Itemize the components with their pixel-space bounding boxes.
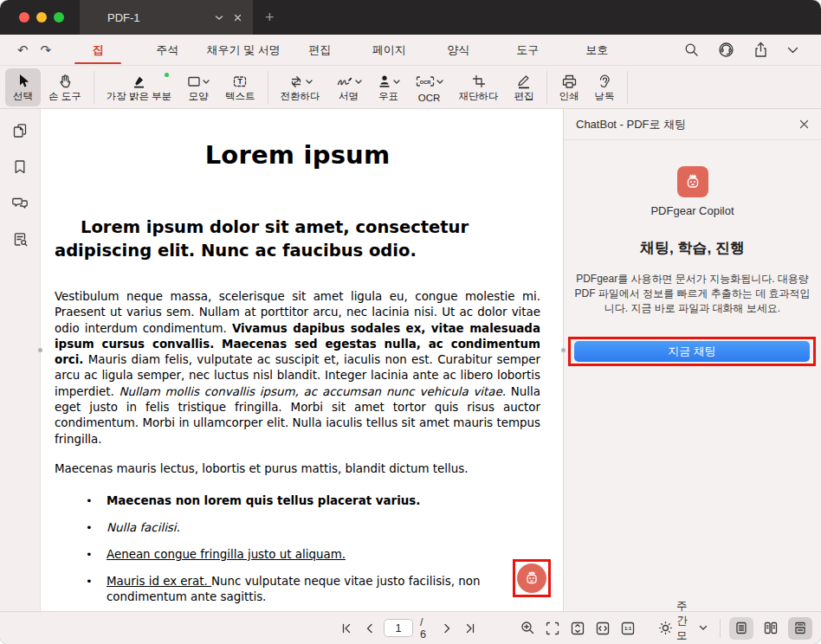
hand-icon bbox=[57, 72, 73, 89]
zoom-in-icon[interactable] bbox=[520, 621, 535, 635]
read-aloud-button[interactable]: 낭독 bbox=[587, 68, 623, 106]
undo-button[interactable]: ↶ bbox=[17, 42, 29, 58]
list-item: Mauris id ex erat. Nunc vulputate neque … bbox=[100, 574, 540, 606]
tab-close-icon[interactable] bbox=[231, 14, 244, 22]
traffic-lights bbox=[0, 0, 80, 35]
sun-icon bbox=[658, 621, 673, 635]
convert-tool-button[interactable]: 전환하다 bbox=[273, 68, 328, 106]
ocr-tool-button[interactable]: OCR OCR bbox=[408, 68, 451, 106]
page-number-input[interactable] bbox=[384, 619, 413, 637]
share-icon[interactable] bbox=[753, 42, 768, 58]
two-page-view-button[interactable] bbox=[759, 617, 783, 640]
copilot-annotation-frame bbox=[513, 559, 551, 597]
text-segment: Nullam mollis convallis ipsum, ac accums… bbox=[120, 385, 507, 398]
page-total-label: / 6 bbox=[420, 616, 431, 641]
print-button[interactable]: 인쇄 bbox=[552, 68, 587, 106]
tab-title: PDF-1 bbox=[107, 11, 207, 24]
highlighter-icon bbox=[131, 72, 147, 89]
copilot-brand-label: PDFgear Copilot bbox=[650, 204, 734, 217]
list-item: Nulla facilisi. bbox=[100, 520, 540, 536]
redo-button[interactable]: ↷ bbox=[41, 42, 52, 58]
document-tab[interactable]: PDF-1 bbox=[80, 0, 253, 35]
text-segment: Mauris id ex erat. bbox=[107, 575, 211, 588]
select-tool-button[interactable]: 선택 bbox=[5, 68, 41, 106]
zoom-window-button[interactable] bbox=[54, 12, 64, 23]
pdf-page[interactable]: Lorem ipsum Lorem ipsum dolor sit amet, … bbox=[41, 109, 563, 611]
first-page-button[interactable] bbox=[338, 619, 356, 638]
cta-annotation-frame: 지금 채팅 bbox=[568, 337, 816, 366]
single-page-view-button[interactable] bbox=[729, 617, 753, 640]
main-area: Lorem ipsum Lorem ipsum dolor sit amet, … bbox=[0, 109, 821, 611]
stamp-icon bbox=[378, 74, 391, 89]
ocr-icon: OCR bbox=[416, 74, 435, 89]
copilot-floating-button[interactable] bbox=[517, 564, 546, 593]
crop-icon bbox=[471, 72, 487, 89]
document-bullet-list: Maecenas non lorem quis tellus placerat … bbox=[55, 493, 540, 611]
text-tool-button[interactable]: T 텍스트 bbox=[217, 68, 263, 106]
next-page-button[interactable] bbox=[438, 619, 456, 638]
chatbot-panel-title: ChatBot - PDF로 채팅 bbox=[576, 117, 799, 132]
stamp-tool-button[interactable]: 우표 bbox=[370, 68, 408, 106]
chatbot-heading: 채팅, 학습, 진행 bbox=[640, 238, 745, 258]
toolbar: 선택 손 도구 가장 밝은 부분 모양 T 텍스 bbox=[0, 66, 821, 109]
close-window-button[interactable] bbox=[19, 12, 29, 23]
edit-tool-button[interactable]: 편집 bbox=[507, 68, 542, 106]
shape-square-icon bbox=[187, 74, 201, 89]
convert-arrows-icon bbox=[288, 74, 304, 89]
sidebar-resize-dot[interactable] bbox=[38, 348, 42, 352]
tab-edit[interactable]: 편집 bbox=[285, 35, 354, 65]
signatures-icon[interactable] bbox=[8, 227, 32, 251]
chevron-down-icon bbox=[306, 80, 313, 84]
tab-page[interactable]: 페이지 bbox=[354, 35, 423, 65]
chat-now-button[interactable]: 지금 채팅 bbox=[574, 341, 810, 362]
comments-icon[interactable] bbox=[8, 190, 32, 215]
last-page-button[interactable] bbox=[461, 619, 479, 638]
chevron-down-icon bbox=[355, 80, 362, 84]
svg-text:1:1: 1:1 bbox=[624, 626, 631, 631]
fit-width-icon[interactable] bbox=[595, 621, 611, 636]
tab-fill-sign[interactable]: 채우기 및 서명 bbox=[202, 35, 285, 65]
shapes-tool-button[interactable]: 모양 bbox=[179, 68, 217, 106]
document-subtitle: Lorem ipsum dolor sit amet, consectetur … bbox=[55, 216, 540, 262]
highlight-active-dot bbox=[165, 73, 169, 77]
text-segment: Maecenas non lorem quis tellus placerat … bbox=[107, 494, 420, 507]
support-headset-icon[interactable] bbox=[718, 42, 734, 58]
document-paragraph: Maecenas mauris lectus, lobortis et puru… bbox=[55, 461, 540, 477]
tab-tools[interactable]: 도구 bbox=[493, 35, 562, 65]
status-bar: / 6 1:1 bbox=[0, 611, 821, 644]
minimize-window-button[interactable] bbox=[36, 12, 47, 23]
fit-page-icon[interactable] bbox=[545, 621, 560, 636]
highlight-tool-button[interactable]: 가장 밝은 부분 bbox=[99, 68, 179, 106]
tab-annotate[interactable]: 주석 bbox=[133, 35, 202, 65]
tab-home[interactable]: 집 bbox=[63, 35, 133, 65]
ear-icon bbox=[598, 72, 611, 89]
page-thumbnails-icon[interactable] bbox=[8, 118, 32, 142]
search-icon[interactable] bbox=[684, 42, 699, 57]
close-panel-icon[interactable] bbox=[799, 119, 809, 129]
tab-form[interactable]: 양식 bbox=[423, 35, 493, 65]
titlebar: PDF-1 + bbox=[0, 0, 821, 35]
display-mode-dropdown[interactable]: 주간 모드 bbox=[658, 599, 708, 644]
tab-protect[interactable]: 보호 bbox=[562, 35, 631, 65]
document-title: Lorem ipsum bbox=[55, 140, 540, 170]
hand-tool-button[interactable]: 손 도구 bbox=[41, 68, 89, 106]
cursor-icon bbox=[16, 72, 31, 89]
text-segment: Nulla facilisi. bbox=[107, 521, 180, 534]
tab-chevron-down-icon[interactable] bbox=[212, 15, 226, 21]
collapse-ribbon-chevron-icon[interactable] bbox=[787, 47, 798, 54]
fit-height-icon[interactable] bbox=[570, 621, 585, 636]
app-window: PDF-1 + ↶ ↷ 집 주석 채우기 및 서명 편집 페이지 양식 도구 보… bbox=[0, 0, 821, 644]
text-segment: Aenean congue fringilla justo ut aliquam… bbox=[107, 548, 346, 561]
continuous-scroll-view-button[interactable] bbox=[788, 617, 812, 640]
bookmarks-icon[interactable] bbox=[8, 154, 32, 178]
crop-tool-button[interactable]: 재단하다 bbox=[451, 68, 507, 106]
svg-text:OCR: OCR bbox=[419, 79, 430, 84]
previous-page-button[interactable] bbox=[361, 619, 379, 638]
chatbot-panel: ChatBot - PDF로 채팅 PDFgear Copilot 채팅, 학습… bbox=[563, 109, 821, 611]
ribbon-tab-bar: ↶ ↷ 집 주석 채우기 및 서명 편집 페이지 양식 도구 보호 bbox=[0, 35, 821, 66]
signature-tool-button[interactable]: 서명 bbox=[328, 68, 370, 106]
actual-size-icon[interactable]: 1:1 bbox=[620, 621, 636, 636]
panel-resize-dot[interactable] bbox=[561, 348, 566, 352]
new-tab-button[interactable]: + bbox=[253, 0, 287, 35]
document-paragraph: Vestibulum neque massa, scelerisque sit … bbox=[55, 289, 540, 448]
